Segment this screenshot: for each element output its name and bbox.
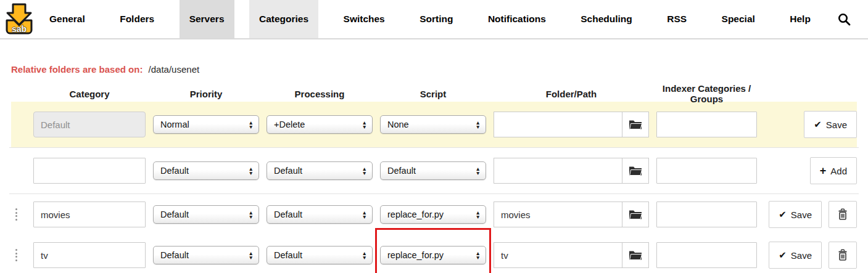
header-category: Category <box>33 89 146 99</box>
save-button-label: Save <box>826 120 847 130</box>
indexer-categories-input[interactable] <box>656 242 757 268</box>
priority-select-value: Normal <box>160 120 189 129</box>
save-button-label: Save <box>791 250 812 261</box>
folder-path-group <box>494 158 649 184</box>
priority-select-value: Default <box>160 166 189 176</box>
header-folder-path: Folder/Path <box>494 89 649 99</box>
browse-folder-button[interactable] <box>622 158 649 184</box>
priority-select[interactable]: Default ▲▼ <box>153 161 259 180</box>
script-select-value: replace_for.py <box>387 210 444 219</box>
header-processing: Processing <box>267 89 373 99</box>
tab-rss[interactable]: RSS <box>657 0 696 38</box>
table-row-tv: Default ▲▼ Default ▲▼ replace_for.py ▲▼ <box>0 235 868 273</box>
sab-logo-icon: sab <box>5 2 33 36</box>
processing-select-value: Default <box>274 250 302 260</box>
check-icon: ✔ <box>779 209 787 220</box>
search-icon <box>838 13 851 26</box>
save-button[interactable]: ✔ Save <box>769 242 822 269</box>
browse-folder-button[interactable] <box>622 202 649 227</box>
select-arrows-icon: ▲▼ <box>476 167 481 175</box>
folder-path-input[interactable] <box>494 242 622 268</box>
processing-select[interactable]: Default ▲▼ <box>267 161 373 180</box>
nav-tabs: General Folders Servers Categories Switc… <box>39 0 832 38</box>
priority-select[interactable]: Default ▲▼ <box>153 205 259 224</box>
script-select-value: Default <box>387 166 416 176</box>
top-navbar: sab General Folders Servers Categories S… <box>0 0 868 39</box>
tab-notifications[interactable]: Notifications <box>478 0 556 38</box>
script-select-value: replace_for.py <box>387 250 444 260</box>
tab-sorting[interactable]: Sorting <box>410 0 463 38</box>
header-priority: Priority <box>153 89 259 99</box>
folder-path-input[interactable] <box>494 112 622 137</box>
header-script: Script <box>380 89 486 99</box>
folder-path-input[interactable] <box>494 158 622 184</box>
select-arrows-icon: ▲▼ <box>249 167 254 175</box>
tab-categories[interactable]: Categories <box>249 0 318 38</box>
processing-select[interactable]: +Delete ▲▼ <box>267 115 373 134</box>
category-rows: Normal ▲▼ +Delete ▲▼ None ▲▼ <box>0 102 868 273</box>
plus-icon: + <box>820 165 827 177</box>
script-select[interactable]: replace_for.py ▲▼ <box>380 205 486 224</box>
priority-select[interactable]: Default ▲▼ <box>153 246 259 264</box>
tab-scheduling[interactable]: Scheduling <box>571 0 642 38</box>
select-arrows-icon: ▲▼ <box>249 251 254 259</box>
category-input[interactable] <box>33 112 146 137</box>
notice-path: /data/usenet <box>149 64 200 75</box>
select-arrows-icon: ▲▼ <box>362 121 367 129</box>
notice-label: Relative folders are based on: <box>11 64 143 75</box>
processing-select[interactable]: Default ▲▼ <box>267 205 373 224</box>
category-input[interactable] <box>33 158 146 184</box>
indexer-categories-input[interactable] <box>656 202 757 227</box>
tab-special[interactable]: Special <box>712 0 765 38</box>
svg-text:sab: sab <box>12 24 27 34</box>
folder-path-input[interactable] <box>494 202 622 227</box>
folder-icon <box>629 165 642 176</box>
select-arrows-icon: ▲▼ <box>249 211 254 219</box>
drag-handle[interactable] <box>11 245 21 265</box>
select-arrows-icon: ▲▼ <box>476 211 481 219</box>
tab-help[interactable]: Help <box>780 0 820 38</box>
select-arrows-icon: ▲▼ <box>476 251 481 259</box>
delete-button[interactable] <box>829 201 857 228</box>
category-input[interactable] <box>33 202 146 227</box>
script-select[interactable]: Default ▲▼ <box>380 161 486 180</box>
processing-select-value: +Delete <box>274 120 305 129</box>
processing-select-value: Default <box>274 166 302 176</box>
save-button[interactable]: ✔ Save <box>769 201 822 228</box>
select-arrows-icon: ▲▼ <box>362 211 367 219</box>
table-row-new: Default ▲▼ Default ▲▼ Default ▲▼ <box>0 148 868 194</box>
tab-folders[interactable]: Folders <box>110 0 164 38</box>
sabnzbd-logo: sab <box>0 0 39 38</box>
folder-path-group <box>494 242 649 268</box>
script-select-value: None <box>387 120 409 129</box>
trash-icon <box>837 208 848 221</box>
select-arrows-icon: ▲▼ <box>362 251 367 259</box>
save-button-label: Save <box>791 210 812 220</box>
tab-servers[interactable]: Servers <box>180 0 234 38</box>
priority-select-value: Default <box>160 210 189 219</box>
save-button[interactable]: ✔ Save <box>804 111 857 138</box>
browse-folder-button[interactable] <box>622 242 649 268</box>
folder-icon <box>629 250 642 261</box>
category-input[interactable] <box>33 242 146 268</box>
search-button[interactable] <box>832 0 868 38</box>
priority-select[interactable]: Normal ▲▼ <box>153 115 259 134</box>
check-icon: ✔ <box>814 119 822 130</box>
indexer-categories-input[interactable] <box>656 158 757 184</box>
delete-button[interactable] <box>829 242 857 269</box>
categories-config-page: Relative folders are based on: /data/use… <box>0 64 868 273</box>
add-button[interactable]: + Add <box>810 157 857 184</box>
processing-select-value: Default <box>274 210 302 219</box>
tab-general[interactable]: General <box>39 0 95 38</box>
folder-path-group <box>494 112 649 137</box>
table-row-default: Normal ▲▼ +Delete ▲▼ None ▲▼ <box>0 102 868 147</box>
tab-switches[interactable]: Switches <box>334 0 395 38</box>
priority-select-value: Default <box>160 250 189 260</box>
browse-folder-button[interactable] <box>622 112 649 137</box>
script-select[interactable]: None ▲▼ <box>380 115 486 134</box>
folder-path-group <box>494 202 649 227</box>
drag-handle[interactable] <box>11 205 21 224</box>
indexer-categories-input[interactable] <box>656 112 757 137</box>
script-select[interactable]: replace_for.py ▲▼ <box>380 246 486 264</box>
processing-select[interactable]: Default ▲▼ <box>267 246 373 264</box>
